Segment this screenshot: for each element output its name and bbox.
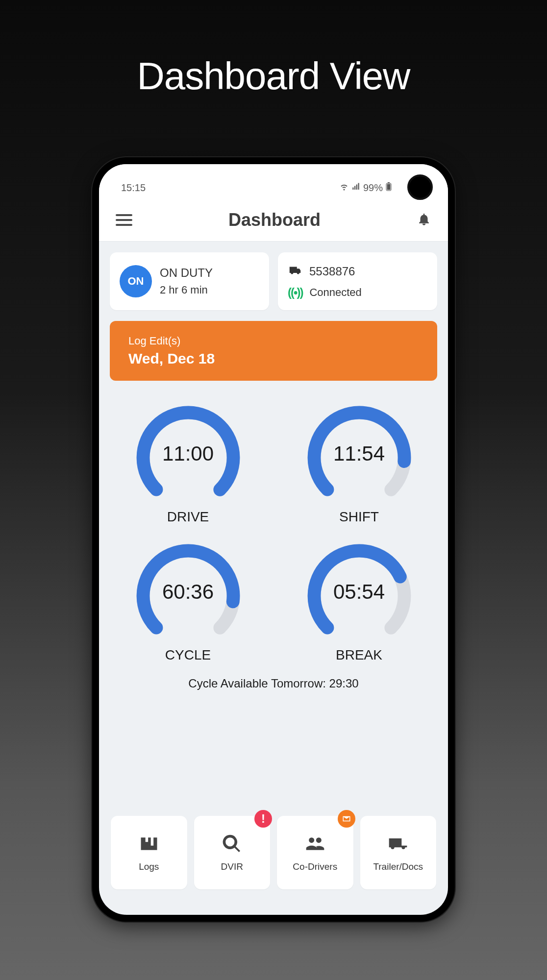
- tile-codrivers-label: Co-Drivers: [293, 861, 337, 872]
- tile-trailer-label: Trailer/Docs: [373, 861, 423, 872]
- menu-icon[interactable]: [116, 214, 132, 226]
- notifications-icon[interactable]: [417, 212, 431, 228]
- battery-text: 99%: [363, 182, 383, 194]
- phone-screen: 15:15 99% Dashboard: [99, 164, 448, 915]
- vehicle-card[interactable]: 5538876 ((•)) Connected: [278, 252, 437, 310]
- mail-icon: [342, 814, 351, 823]
- page-title: Dashboard: [228, 210, 321, 230]
- phone-frame: 15:15 99% Dashboard: [92, 157, 455, 922]
- gauge-cycle-time: 60:36: [162, 580, 214, 604]
- gauge-drive[interactable]: 11:00 DRIVE: [115, 401, 261, 525]
- status-bar: 15:15 99%: [99, 164, 448, 198]
- tile-trailer[interactable]: Trailer/Docs: [360, 816, 437, 889]
- dvir-alert-badge: !: [254, 810, 272, 828]
- camera-cutout: [407, 174, 433, 200]
- logs-icon: [138, 833, 160, 855]
- bottom-tiles: Logs ! DVIR Co-Drivers Trailer/Docs: [110, 816, 437, 904]
- gauges-grid: 11:00 DRIVE 11:54 SHIFT: [110, 392, 437, 663]
- banner-date: Wed, Dec 18: [128, 350, 419, 367]
- status-right: 99%: [340, 182, 392, 194]
- log-edits-banner[interactable]: Log Edit(s) Wed, Dec 18: [110, 321, 437, 381]
- tile-logs-label: Logs: [139, 861, 159, 872]
- gauge-shift[interactable]: 11:54 SHIFT: [286, 401, 432, 525]
- search-icon: [221, 833, 243, 855]
- svg-rect-1: [388, 182, 390, 183]
- duty-duration: 2 hr 6 min: [160, 284, 213, 296]
- wifi-icon: [340, 182, 348, 194]
- duty-status-label: ON DUTY: [160, 266, 213, 280]
- tile-dvir[interactable]: ! DVIR: [194, 816, 271, 889]
- people-icon: [304, 833, 326, 855]
- connection-status: Connected: [309, 286, 361, 299]
- gauge-drive-time: 11:00: [162, 442, 214, 466]
- battery-icon: [386, 182, 392, 194]
- tile-codrivers[interactable]: Co-Drivers: [277, 816, 353, 889]
- gauge-break[interactable]: 05:54 BREAK: [286, 539, 432, 663]
- duty-status-card[interactable]: ON ON DUTY 2 hr 6 min: [110, 252, 269, 310]
- connected-icon: ((•)): [288, 286, 302, 299]
- gauge-break-time: 05:54: [333, 580, 385, 604]
- signal-icon: [351, 182, 360, 194]
- status-time: 15:15: [121, 182, 146, 194]
- codrivers-mail-badge: [338, 810, 355, 828]
- banner-label: Log Edit(s): [128, 335, 419, 347]
- content-area: ON ON DUTY 2 hr 6 min 5538876: [99, 242, 448, 915]
- on-badge: ON: [120, 265, 152, 297]
- promo-title: Dashboard View: [137, 54, 410, 98]
- gauge-cycle[interactable]: 60:36 CYCLE: [115, 539, 261, 663]
- trailer-icon: [387, 833, 409, 855]
- app-header: Dashboard: [99, 198, 448, 242]
- gauge-shift-time: 11:54: [333, 442, 385, 466]
- vehicle-id: 5538876: [309, 265, 355, 278]
- tile-logs[interactable]: Logs: [111, 816, 187, 889]
- tile-dvir-label: DVIR: [221, 861, 243, 872]
- truck-icon: [288, 263, 302, 280]
- svg-rect-2: [387, 184, 391, 190]
- cycle-available-note: Cycle Available Tomorrow: 29:30: [110, 677, 437, 690]
